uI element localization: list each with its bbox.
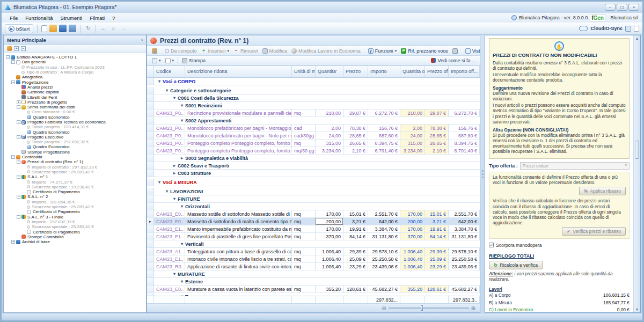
home-icon[interactable]: ⌂ xyxy=(109,25,117,32)
grid-group-row[interactable]: ▾LAVORAZIONI xyxy=(147,188,480,195)
grid-cell[interactable]: 45.682,27 € xyxy=(449,286,480,292)
grid-cell[interactable]: 3.234,00 xyxy=(316,147,343,154)
close-button[interactable]: × xyxy=(628,4,639,11)
column-header-importo-off-[interactable]: Importo off... xyxy=(449,66,480,77)
column-header-importo[interactable]: Importo xyxy=(368,66,400,77)
grid-cell[interactable]: 25.250,58 € xyxy=(449,255,480,262)
tree-item[interactable]: Totale progetto : 297.832,32 € xyxy=(6,140,146,144)
tree-item[interactable]: +Prezzario di progetto xyxy=(6,100,146,105)
grid-cell[interactable]: 29,87 € xyxy=(425,109,449,116)
grid-cell[interactable]: Monoblocco prefabbricato per bagni - Nol… xyxy=(185,132,292,139)
grid-data-row[interactable]: CAM23_P0..Ponteggio completo Ponteggio c… xyxy=(147,147,480,155)
collapse-group-icon[interactable]: ▾ xyxy=(173,196,175,201)
grid-cell[interactable]: 15,01 € xyxy=(343,210,368,217)
grid-cell[interactable]: 1.006,40 xyxy=(316,248,343,255)
tree-item[interactable]: Certificato di Pagamento xyxy=(6,209,146,214)
expand-group-icon[interactable]: ▸ xyxy=(181,156,183,160)
expand-node-icon[interactable]: + xyxy=(11,240,15,244)
wrench-button[interactable] xyxy=(150,48,159,54)
scroll-down-icon[interactable]: ▼ xyxy=(634,308,640,311)
grid-data-row[interactable]: CAM23_P0..Ponteggio completo Ponteggio c… xyxy=(147,140,480,147)
grid-cell[interactable]: Ponteggio completo Ponteggio completo, f… xyxy=(185,147,292,154)
grid-cell[interactable]: CAM23_P0.. xyxy=(154,147,185,154)
grid-cell[interactable]: 170,00 xyxy=(316,210,343,217)
tree-item[interactable]: Costi standard : 0.00 € xyxy=(6,109,146,114)
grid-cell[interactable]: mq xyxy=(292,263,316,270)
grid-cell[interactable]: Tinteggiatura con pittura a base di gras… xyxy=(185,248,292,255)
grid-data-row[interactable]: CAM23_E0..Murature a cassa vuota in late… xyxy=(147,286,480,293)
column-header[interactable] xyxy=(147,66,154,77)
grid-cell[interactable]: 1.006,40 xyxy=(400,255,425,262)
grid-cell[interactable]: CAM23_A1.. xyxy=(154,248,185,255)
column-header-quantita-[interactable]: Quantita' xyxy=(316,66,343,77)
grid-cell[interactable]: 24,00 xyxy=(316,132,343,139)
grid-group-row[interactable]: ▾Voci a CORPO xyxy=(147,78,480,85)
grid-cell[interactable]: Manto impermeabile prefabbricato costitu… xyxy=(185,225,292,232)
expand-group-icon[interactable]: ▸ xyxy=(173,163,175,168)
scroll-thumb[interactable] xyxy=(635,141,639,159)
tree-item[interactable]: −Edificio ANAGRAFE - LOTTO 1 xyxy=(6,55,146,60)
grid-cell[interactable]: 2.551,70 € xyxy=(368,210,400,217)
grid-cell[interactable]: 23.439,06 € xyxy=(449,263,480,270)
links-icon[interactable] xyxy=(7,46,12,51)
grid-cell[interactable]: 6.791,40 € xyxy=(449,147,480,154)
grid-cell[interactable]: 15,01 € xyxy=(425,210,449,217)
collapse-group-icon[interactable]: ▾ xyxy=(173,96,175,100)
grid-group-row[interactable]: ▾Voci a MISURA xyxy=(147,179,480,186)
grid-cell[interactable]: 19,91 € xyxy=(425,225,449,232)
cloud-sync-label[interactable]: CloudIO-Sync xyxy=(590,26,623,31)
grid-cell[interactable]: 642,00 € xyxy=(449,218,480,225)
sidebar-collapse-button[interactable]: ‹ xyxy=(141,37,143,42)
grid-cell[interactable]: 29,39 € xyxy=(425,248,449,255)
grid-cell[interactable]: CAM23_E0.. xyxy=(154,286,185,292)
grid-data-row[interactable]: CAM23_P0..Monoblocco prefabbricato per b… xyxy=(147,132,480,140)
grid-cell[interactable]: mq xyxy=(292,233,316,240)
grid-cell[interactable]: 6.272,70 € xyxy=(449,109,480,116)
collapse-node-icon[interactable]: − xyxy=(17,195,20,199)
grid-data-row[interactable]: CAM23_E1..Manto impermeabile prefabbrica… xyxy=(147,225,480,233)
grid-cell[interactable]: 687,60 € xyxy=(449,132,480,139)
grid-cell[interactable]: 25.250,58 € xyxy=(368,255,400,262)
grid-cell[interactable]: Murature a cassa vuota in laterizio con … xyxy=(185,286,292,292)
grid-cell[interactable]: Monoblocco prefabbricato per bagni - Mon… xyxy=(185,125,292,131)
tree-item[interactable]: +Archivi di base xyxy=(6,239,146,244)
collapse-group-icon[interactable]: ▾ xyxy=(158,180,160,185)
grid-cell[interactable]: 28,65 € xyxy=(343,132,368,139)
grid-cell[interactable]: CAM23_E1.. xyxy=(154,225,185,232)
grid-cell[interactable]: cad/30gg xyxy=(292,132,316,139)
zoom-slider[interactable] xyxy=(389,308,469,309)
grid-data-row[interactable]: ▸CAM23_E0..Massetto di sottofondo di mal… xyxy=(147,218,480,225)
grid-cell[interactable]: Recinzione provvisionale modulare a pann… xyxy=(185,109,292,116)
tree-item[interactable]: −NProgetto Esecutivo xyxy=(6,135,146,140)
collapse-group-icon[interactable]: ▾ xyxy=(158,79,160,84)
tree-item[interactable]: Gestione capitoli xyxy=(6,90,146,94)
grid-cell[interactable]: 23,29 € xyxy=(425,263,449,270)
modifica-button[interactable]: Modifica xyxy=(260,48,290,54)
grid-cell[interactable]: mq xyxy=(292,210,316,217)
grid-cell[interactable]: 3.384,70 € xyxy=(449,225,480,232)
collapse-node-icon[interactable]: − xyxy=(17,120,20,124)
grid-cell[interactable]: 29,87 € xyxy=(343,109,368,116)
grid-cell[interactable]: 2,10 € xyxy=(425,147,449,154)
scroll-up-icon[interactable]: ▲ xyxy=(634,36,640,40)
grid-cell[interactable]: mq xyxy=(292,248,316,255)
tree-item[interactable]: −S.A.L. n° 1 xyxy=(6,174,146,179)
grid-data-row[interactable]: CAM23_A1..Tinteggiatura con pittura a ba… xyxy=(147,248,480,255)
column-header-descrizione-ridotta[interactable]: Descrizione ridotta xyxy=(185,66,292,77)
menu-item-file[interactable]: File xyxy=(6,14,21,22)
grid-cell[interactable]: CAM23_E1.. xyxy=(154,233,185,240)
grid-cell[interactable]: 23.439,06 € xyxy=(368,263,400,270)
tree-item[interactable]: Sicurezza speciale : 25.283,41 € xyxy=(6,204,146,209)
grid-cell[interactable]: 1.006,40 xyxy=(400,248,425,255)
grid-cell[interactable]: CAM23_E0.. xyxy=(154,210,185,217)
tree-item[interactable]: −NProgetto Fattibilità Tecnica ed econom… xyxy=(6,120,146,125)
tree-item[interactable]: Totale progetto : 120.414,31 € xyxy=(6,125,146,129)
collapse-all-icon[interactable]: − xyxy=(21,46,26,51)
grid-cell[interactable]: CAM23_E1.. xyxy=(154,255,185,262)
grid-cell[interactable]: 210,00 xyxy=(316,109,343,116)
column-header-codice[interactable]: Codice xyxy=(154,66,185,77)
menu-item-filmati[interactable]: Filmati xyxy=(86,14,108,22)
zoom-in-icon[interactable]: ⊕ xyxy=(471,305,475,311)
zoom-out-icon[interactable]: ⊖ xyxy=(382,305,386,311)
bstart-button[interactable]: ▶ bStart xyxy=(5,24,33,33)
